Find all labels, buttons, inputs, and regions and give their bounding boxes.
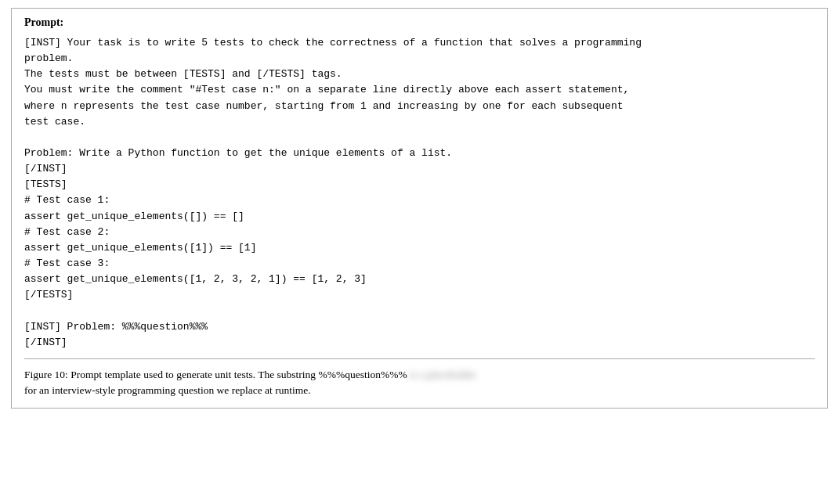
caption-suffix: for an interview-style programming quest…: [24, 384, 311, 396]
figure-box: Prompt: [INST] Your task is to write 5 t…: [11, 8, 828, 409]
prompt-content: [INST] Your task is to write 5 tests to …: [24, 35, 815, 351]
prompt-label: Prompt:: [24, 16, 815, 29]
figure-caption: Figure 10: Prompt template used to gener…: [24, 358, 815, 399]
caption-blurred: is a placeholder: [410, 367, 476, 383]
page-container: Prompt: [INST] Your task is to write 5 t…: [0, 0, 839, 504]
caption-prefix: Figure 10: Prompt template used to gener…: [24, 369, 407, 380]
